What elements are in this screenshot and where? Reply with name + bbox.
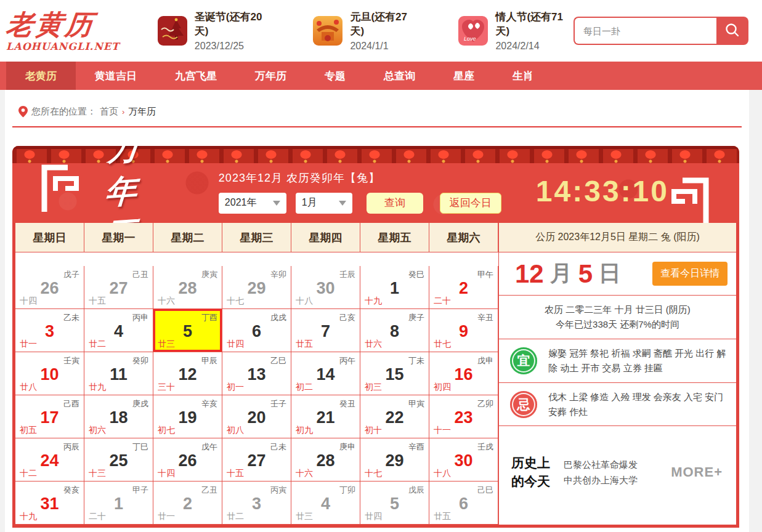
lunar-day-label: 初七	[158, 425, 175, 436]
nav-item-7[interactable]: 星座	[434, 62, 493, 90]
day-cell[interactable]: 己巳6廿五	[429, 482, 498, 525]
lunar-day-label: 十八	[434, 468, 451, 479]
lunar-day-label: 廿二	[89, 339, 106, 350]
day-cell[interactable]: 甲辰12三十	[153, 352, 222, 395]
query-button[interactable]: 查询	[367, 193, 423, 214]
nav-item-5[interactable]: 专题	[306, 62, 365, 90]
day-cell[interactable]: 戊午26十四	[153, 438, 222, 482]
day-cell-today[interactable]: 丁酉5廿三	[153, 309, 222, 352]
breadcrumb-divider	[12, 126, 742, 127]
chevron-down-icon	[339, 201, 346, 206]
festival-label: 情人节(还有71天)	[495, 10, 574, 38]
history-event[interactable]: 中共创办上海大学	[564, 472, 671, 488]
day-cell[interactable]: 戊子26十四	[15, 266, 84, 309]
day-cell[interactable]: 壬寅10廿八	[15, 352, 84, 395]
day-cell[interactable]: 丁卯4廿三	[291, 482, 360, 525]
nav-item-2[interactable]: 黄道吉日	[76, 62, 156, 90]
search-input[interactable]	[574, 17, 716, 45]
day-cell[interactable]: 庚寅28十六	[153, 266, 222, 309]
day-cell[interactable]: 戊辰5廿四	[360, 482, 429, 525]
search-box	[574, 17, 748, 45]
nav-item-1[interactable]: 老黄历	[6, 62, 76, 90]
day-cell[interactable]: 甲寅22初十	[360, 395, 429, 438]
year-select[interactable]: 2021年	[219, 193, 286, 214]
lunar-day-label: 十七	[227, 296, 244, 307]
day-cell[interactable]: 壬戌30十八	[429, 438, 498, 482]
festival-date: 2023/12/25	[195, 41, 273, 52]
lunar-day-label: 廿四	[365, 511, 382, 522]
day-cell[interactable]: 辛丑9廿七	[429, 309, 498, 352]
main-nav: 老黄历黄道吉日九宫飞星万年历专题总查询星座生肖	[0, 62, 762, 90]
day-cell[interactable]: 辛亥19初七	[153, 395, 222, 438]
lunar-day-label: 廿九	[89, 382, 106, 393]
search-button[interactable]	[716, 17, 748, 45]
day-cell[interactable]: 丙寅3廿二	[222, 482, 291, 525]
festival-label: 圣诞节(还有20天)	[195, 10, 273, 38]
day-cell[interactable]: 丙午14初二	[291, 352, 360, 395]
day-cell[interactable]: 庚戌18初六	[84, 395, 153, 438]
calendar-panel: 万年历 2023年12月 农历癸卯年【兔】 2021年 1月 查询 返回	[12, 146, 739, 528]
today-detail-button[interactable]: 查看今日详情	[652, 262, 728, 286]
year-progress-line: 今年已过338天 还剩7%的时间	[556, 319, 679, 331]
lunar-day-label: 十四	[20, 296, 37, 307]
day-cell[interactable]: 戊戌6廿四	[222, 309, 291, 352]
day-cell[interactable]: 己酉17初五	[15, 395, 84, 438]
weekday-header: 星期六	[429, 223, 498, 252]
back-to-today-button[interactable]: 返回今日	[440, 193, 501, 214]
day-cell[interactable]: 癸亥31十九	[15, 482, 84, 525]
day-cell[interactable]: 癸丑21初九	[291, 395, 360, 438]
day-cell[interactable]: 癸卯11廿九	[84, 352, 153, 395]
day-cell[interactable]: 乙丑2廿一	[153, 482, 222, 525]
day-cell[interactable]: 壬辰30十八	[291, 266, 360, 309]
festival-item[interactable]: 元旦(还有27天)2024/1/1	[313, 10, 418, 52]
year-select-value: 2021年	[225, 196, 257, 209]
history-section: 历史上 的今天 巴黎公社革命爆发中共创办上海大学 MORE+	[499, 426, 736, 525]
day-cell[interactable]: 丁巳25十三	[84, 438, 153, 482]
site-logo[interactable]: 老黄历 LAOHUANGLI.NET	[6, 10, 136, 52]
breadcrumb-current[interactable]: 万年历	[128, 106, 156, 118]
yi-badge: 宜	[510, 347, 537, 374]
lunar-day-label: 廿四	[227, 339, 244, 350]
history-event[interactable]: 巴黎公社革命爆发	[564, 457, 671, 472]
day-cell[interactable]: 癸巳1十九	[360, 266, 429, 309]
day-cell[interactable]: 己未27十五	[222, 438, 291, 482]
day-cell[interactable]: 甲午2二十	[429, 266, 498, 309]
auspicious-section: 宜 嫁娶 冠笄 祭祀 祈福 求嗣 斋醮 开光 出行 解除 动土 开市 交易 立券…	[499, 339, 736, 383]
nav-item-8[interactable]: 生肖	[493, 62, 553, 90]
logo-domain: LAOHUANGLI.NET	[6, 41, 136, 52]
day-cell[interactable]: 丁未15初三	[360, 352, 429, 395]
day-cell[interactable]: 己亥7廿五	[291, 309, 360, 352]
nav-item-3[interactable]: 九宫飞星	[156, 62, 236, 90]
festival-item[interactable]: Love情人节(还有71天)2024/2/14	[458, 10, 574, 52]
lunar-day-label: 十五	[89, 296, 106, 307]
day-cell[interactable]: 己丑27十五	[84, 266, 153, 309]
solar-date-line: 公历 2023年12月5日 星期二 兔 (阳历)	[499, 223, 736, 252]
day-cell[interactable]: 丙申4廿二	[84, 309, 153, 352]
festival-item[interactable]: 圣诞节(还有20天)2023/12/25	[158, 10, 273, 52]
nav-item-4[interactable]: 万年历	[236, 62, 306, 90]
breadcrumb-home[interactable]: 首页	[100, 106, 118, 118]
calendar-title: 万年历	[100, 146, 184, 223]
day-cell[interactable]: 甲子1二十	[84, 482, 153, 525]
festival-label: 元旦(还有27天)	[350, 10, 418, 38]
calendar-subtitle: 2023年12月 农历癸卯年【兔】	[219, 171, 501, 185]
day-cell[interactable]: 庚申28十六	[291, 438, 360, 482]
day-cell[interactable]: 辛酉29十七	[360, 438, 429, 482]
day-cell[interactable]: 戊申16初四	[429, 352, 498, 395]
history-events: 巴黎公社革命爆发中共创办上海大学	[564, 457, 671, 488]
day-cell[interactable]: 庚子8廿六	[360, 309, 429, 352]
history-more-link[interactable]: MORE+	[671, 464, 723, 480]
day-cell[interactable]: 乙巳13初一	[222, 352, 291, 395]
valentine-icon: Love	[458, 16, 488, 46]
day-cell[interactable]: 辛卯29十七	[222, 266, 291, 309]
lunar-day-label: 三十	[158, 382, 175, 393]
month-select[interactable]: 1月	[296, 193, 352, 214]
big-day: 5	[578, 259, 593, 289]
nav-item-6[interactable]: 总查询	[365, 62, 434, 90]
breadcrumb-separator-icon: ›	[122, 107, 124, 116]
day-cell[interactable]: 壬子20初八	[222, 395, 291, 438]
day-cell[interactable]: 丙辰24十二	[15, 438, 84, 482]
breadcrumb: 您所在的位置： 首页 › 万年历	[12, 106, 749, 118]
day-cell[interactable]: 乙卯23十一	[429, 395, 498, 438]
day-cell[interactable]: 乙未3廿一	[15, 309, 84, 352]
